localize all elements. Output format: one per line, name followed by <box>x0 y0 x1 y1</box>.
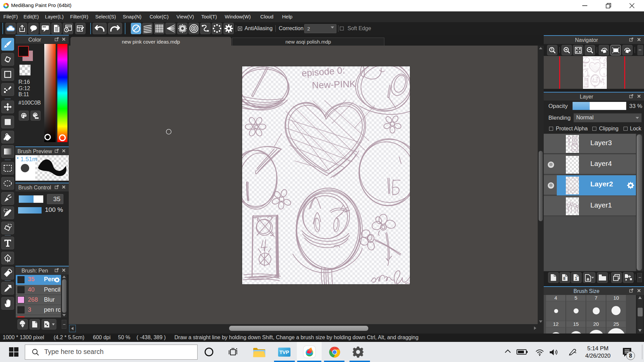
svg-text:1: 1 <box>575 276 577 281</box>
svg-text:8: 8 <box>563 276 566 281</box>
